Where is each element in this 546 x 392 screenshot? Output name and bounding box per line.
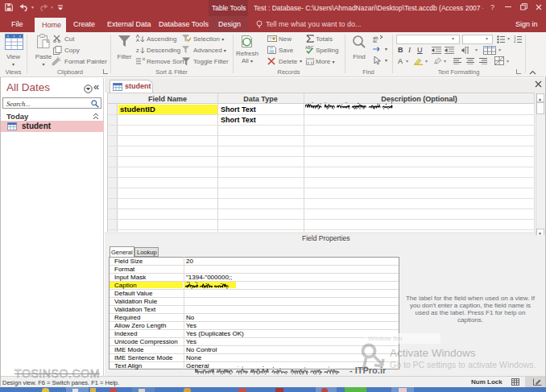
svg-text:ac: ac <box>373 39 378 43</box>
svg-text:Z: Z <box>136 48 139 53</box>
svg-text:A: A <box>136 38 139 43</box>
svg-text:2: 2 <box>514 39 516 43</box>
